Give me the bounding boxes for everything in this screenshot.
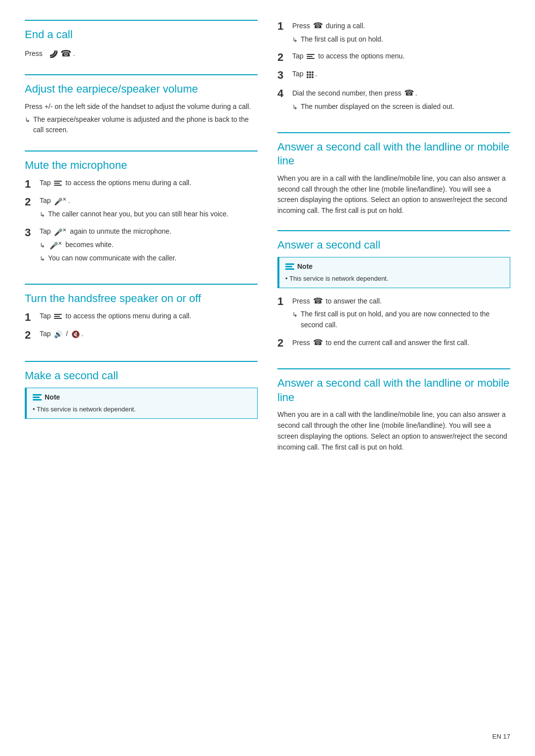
mute-result-2a: ↳ 🎤✕ becomes white.: [40, 240, 258, 251]
note-icon-bar-2: [285, 263, 294, 270]
second-call-step-num-3: 3: [277, 69, 292, 82]
answer-step-1-content: Press ☎ to answer the call. ↳ The first …: [292, 295, 510, 332]
section-handsfree: Turn the handsfree speaker on or off 1 T…: [25, 284, 258, 347]
menu-icon-2: [54, 314, 62, 319]
answer-step-2-content: Press ☎ to end the current call and answ…: [292, 337, 510, 349]
divider-answer-landline2: [277, 368, 510, 369]
mute-icon-1: 🎤✕: [54, 196, 66, 207]
divider-adjust-volume: [25, 74, 258, 75]
make-second-call-steps: 1 Press ☎ during a call. ↳ The first cal…: [277, 20, 510, 113]
mute-steps: 1 Tap to access the options menu during …: [25, 178, 258, 265]
second-call-result-text-4: The number displayed on the screen is di…: [301, 101, 454, 112]
body-answer-landline2: When you are in a call with the landline…: [277, 409, 510, 453]
mute-result-text-1: The caller cannot hear you, but you can …: [48, 209, 228, 220]
second-call-step-2-content: Tap to access the options menu.: [292, 51, 510, 62]
mute-result-text-2b: You can now communicate with the caller.: [48, 253, 176, 264]
right-column: 1 Press ☎ during a call. ↳ The first cal…: [277, 20, 510, 466]
title-answer-landline1: Answer a second call with the landline o…: [277, 140, 510, 168]
title-adjust-volume: Adjust the earpiece/speaker volume: [25, 82, 258, 97]
answer-result-1: ↳ The first call is put on hold, and you…: [292, 309, 510, 330]
page-number: EN 17: [492, 732, 510, 742]
section-end-call: End a call Press ☎ .: [25, 20, 258, 60]
mute-step-2-content: Tap 🎤✕. ↳ The caller cannot hear you, bu…: [40, 196, 258, 221]
arrow-2b: ↳: [40, 254, 45, 264]
answer-result-text-1: The first call is put on hold, and you a…: [301, 309, 510, 330]
adjust-volume-result: ↳ The earpiece/speaker volume is adjuste…: [25, 114, 258, 136]
left-column: End a call Press ☎ . Adjust the earpiece…: [25, 20, 258, 466]
section-make-second-call: Make a second call Note • This service i: [25, 361, 258, 426]
title-answer-second-call: Answer a second call: [277, 238, 510, 252]
phone-end-icon: [47, 50, 57, 58]
section-make-second-call-steps: 1 Press ☎ during a call. ↳ The first cal…: [277, 20, 510, 118]
body-adjust-volume: Press +/- on the left side of the handse…: [25, 101, 258, 136]
step-num-1: 1: [25, 178, 40, 191]
page-content: End a call Press ☎ . Adjust the earpiece…: [0, 0, 535, 486]
handsfree-step-2-content: Tap 🔊 / 🔇.: [40, 329, 258, 340]
arrow-sc1: ↳: [292, 35, 298, 45]
handsfree-step-num-1: 1: [25, 311, 40, 324]
answer-step-1: 1 Press ☎ to answer the call. ↳ The firs…: [277, 295, 510, 332]
title-mute: Mute the microphone: [25, 158, 258, 173]
note-text-2: • This service is network dependent.: [285, 274, 504, 284]
section-adjust-volume: Adjust the earpiece/speaker volume Press…: [25, 74, 258, 137]
title-end-call: End a call: [25, 28, 258, 42]
phone-icon-2: ☎: [404, 89, 414, 97]
arrow-1: ↳: [40, 210, 45, 220]
handsfree-step-num-2: 2: [25, 329, 40, 342]
answer-second-call-note: Note • This service is network dependent…: [277, 257, 510, 288]
mute-icon-3: 🎤✕: [50, 240, 62, 251]
page-wrapper: End a call Press ☎ . Adjust the earpiece…: [0, 0, 535, 756]
arrow-sc4: ↳: [292, 102, 298, 112]
note-bar-2c: [285, 268, 294, 270]
note-bar-1c: [33, 399, 42, 401]
second-call-step-num-1: 1: [277, 20, 292, 33]
second-call-step-num-4: 4: [277, 87, 292, 100]
handsfree-steps: 1 Tap to access the options menu during …: [25, 311, 258, 342]
answer-step-num-1: 1: [277, 295, 292, 308]
second-call-step-1-content: Press ☎ during a call. ↳ The first call …: [292, 20, 510, 46]
make-second-call-step-3: 3 Tap: [277, 69, 510, 82]
divider-answer-second-call: [277, 230, 510, 231]
handsfree-step-1-content: Tap to access the options menu during a …: [40, 311, 258, 322]
section-answer-second-call-landline2: Answer a second call with the landline o…: [277, 368, 510, 453]
phone-icon-4: ☎: [313, 338, 323, 347]
divider-handsfree: [25, 284, 258, 285]
section-answer-second-call-landline1: Answer a second call with the landline o…: [277, 132, 510, 216]
handsfree-step-1: 1 Tap to access the options menu during …: [25, 311, 258, 324]
end-call-period: .: [73, 49, 75, 57]
make-second-call-step-1: 1 Press ☎ during a call. ↳ The first cal…: [277, 20, 510, 46]
note-bar-1b: [33, 397, 40, 398]
answer-step-2: 2 Press ☎ to end the current call and an…: [277, 337, 510, 350]
note-label-1: Note: [45, 392, 60, 403]
mute-step-1: 1 Tap to access the options menu during …: [25, 178, 258, 191]
mute-result-1: ↳ The caller cannot hear you, but you ca…: [40, 209, 258, 220]
step-num-3: 3: [25, 226, 40, 239]
result-arrow: ↳: [25, 115, 30, 125]
divider-end-call: [25, 20, 258, 21]
speaker-off-icon: 🔇: [71, 329, 80, 340]
second-call-result-1: ↳ The first call is put on hold.: [292, 34, 510, 45]
mute-result-text-2a: 🎤✕ becomes white.: [48, 240, 113, 251]
make-second-call-step-2: 2 Tap to access the options menu.: [277, 51, 510, 64]
speaker-on-icon: 🔊: [54, 329, 62, 340]
second-call-step-num-2: 2: [277, 51, 292, 64]
dialpad-icon: [307, 71, 314, 78]
end-call-press-text: Press: [25, 49, 43, 57]
second-call-step-3-content: Tap .: [292, 69, 510, 80]
phone-end-symbol: ☎: [60, 47, 71, 61]
answer-second-call-steps: 1 Press ☎ to answer the call. ↳ The firs…: [277, 295, 510, 350]
note-header-1: Note: [33, 392, 251, 403]
step-num-2: 2: [25, 196, 40, 208]
phone-icon-1: ☎: [313, 21, 323, 30]
menu-icon-3: [307, 54, 315, 59]
second-call-result-text-1: The first call is put on hold.: [301, 34, 383, 45]
menu-icon-1: [54, 181, 62, 186]
title-make-second-call: Make a second call: [25, 369, 258, 383]
section-mute-microphone: Mute the microphone 1 Tap to access the …: [25, 151, 258, 270]
answer-step-num-2: 2: [277, 337, 292, 350]
mute-icon-2: 🎤✕: [54, 226, 66, 238]
divider-mute: [25, 151, 258, 151]
section-answer-second-call: Answer a second call Note • This service: [277, 230, 510, 355]
note-label-2: Note: [297, 261, 313, 272]
handsfree-step-2: 2 Tap 🔊 / 🔇.: [25, 329, 258, 342]
